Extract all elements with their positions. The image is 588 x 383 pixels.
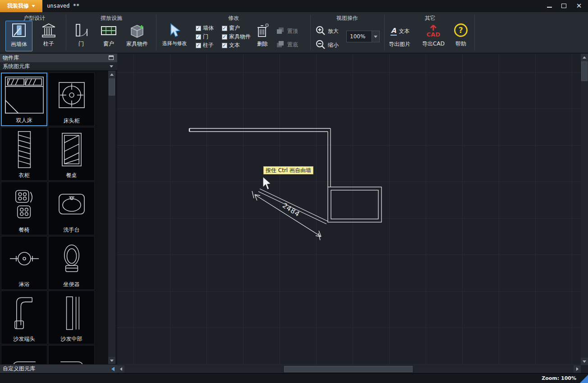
filter-furniture[interactable]: 家具物件 <box>222 33 251 41</box>
checkbox-icon <box>196 43 201 48</box>
collapse-left-icon <box>111 367 115 371</box>
checkbox-icon <box>196 26 201 31</box>
statusbar-zoom-label: Zoom: 100% <box>542 375 576 381</box>
zoom-in-icon <box>316 26 326 37</box>
scroll-down-button[interactable] <box>108 357 115 364</box>
zoom-level-combobox[interactable]: 100% <box>346 31 380 42</box>
list-item-shower[interactable]: 淋浴 <box>1 236 47 290</box>
trash-icon <box>255 23 270 39</box>
custom-library-bar[interactable]: 自定义图元库 <box>0 364 117 373</box>
list-item-partial[interactable] <box>48 345 95 364</box>
select-modify-button[interactable]: 选择与修改 <box>159 23 190 50</box>
minimize-button[interactable] <box>542 0 556 12</box>
layers-bottom-icon <box>276 40 285 50</box>
list-item-label: 双人床 <box>16 116 32 125</box>
filter-column[interactable]: 柱子 <box>196 41 214 49</box>
app-menu-label: 我装我修 <box>7 2 29 10</box>
list-item-toilet[interactable]: 坐便器 <box>48 236 95 290</box>
list-item-label: 淋浴 <box>19 280 30 289</box>
text-tool-button[interactable]: A 文本 <box>390 27 410 36</box>
library-category-dropdown[interactable]: 系统图元库 <box>0 62 117 71</box>
list-item-dining-chair[interactable]: 餐椅 <box>1 182 47 235</box>
partial-item-icon <box>49 346 94 364</box>
hint-tooltip: 按住 Ctrl 画自由墙 <box>263 166 313 174</box>
resize-grip[interactable] <box>580 375 588 383</box>
group-separator <box>310 15 311 50</box>
export-image-button[interactable]: 导出图片 <box>389 41 410 48</box>
export-cad-button[interactable]: CAD 导出CAD <box>420 22 446 51</box>
list-item-dining-table[interactable]: 餐桌 <box>48 127 95 181</box>
panel-dock-icon[interactable] <box>109 55 114 60</box>
filter-furniture-label: 家具物件 <box>229 33 251 41</box>
filter-text[interactable]: 文本 <box>222 41 240 49</box>
bring-top-label: 置顶 <box>287 27 298 35</box>
furniture-label: 家具物件 <box>126 40 148 48</box>
maximize-button[interactable] <box>556 0 571 12</box>
scroll-right-button[interactable] <box>574 365 581 373</box>
zoom-dropdown-button[interactable] <box>372 31 379 42</box>
list-item-nightstand[interactable]: 床头柜 <box>48 73 95 126</box>
bring-top-button[interactable]: 置顶 <box>276 27 298 36</box>
statusbar: Zoom: 100% <box>0 373 588 383</box>
draw-wall-button[interactable]: 画墙体 <box>5 21 32 51</box>
filter-window[interactable]: 窗户 <box>222 24 240 32</box>
drawing-canvas[interactable]: 2484 按住 Ctrl 画自由墙 <box>117 54 581 365</box>
column-icon <box>41 23 56 39</box>
list-item-sofa-end[interactable]: 沙发端头 <box>1 291 47 344</box>
list-item-label: 床头柜 <box>64 117 80 126</box>
triangle-up-icon <box>110 73 114 76</box>
door-icon <box>74 23 89 39</box>
chevron-down-icon <box>374 36 377 38</box>
triangle-right-icon <box>576 367 579 371</box>
shower-icon <box>1 237 47 280</box>
filter-door[interactable]: 门 <box>196 33 208 41</box>
group-label-modify: 修改 <box>158 14 309 22</box>
scrollbar-thumb[interactable] <box>581 61 588 81</box>
scroll-up-button[interactable] <box>581 54 588 61</box>
canvas-horizontal-scrollbar[interactable] <box>117 365 581 373</box>
window-button[interactable]: 窗户 <box>97 23 120 50</box>
filter-wall-label: 墙体 <box>203 24 214 32</box>
zoom-in-button[interactable]: 放大 <box>316 26 339 37</box>
list-item-wardrobe[interactable]: 衣柜 <box>1 127 47 181</box>
titlebar: 我装我修 unsaved ** ✕ <box>0 0 588 12</box>
library-panel-title: 物件库 <box>3 54 19 62</box>
filter-wall[interactable]: 墙体 <box>196 24 214 32</box>
group-label-other: 其它 <box>386 14 474 22</box>
door-button[interactable]: 门 <box>71 23 91 50</box>
group-separator <box>474 15 475 50</box>
canvas-vertical-scrollbar[interactable] <box>581 54 588 365</box>
list-item-sofa-middle[interactable]: 沙发中部 <box>48 291 95 344</box>
checkbox-icon <box>222 34 227 40</box>
object-library-panel: 物件库 系统图元库 <box>0 54 117 373</box>
close-button[interactable]: ✕ <box>572 0 586 12</box>
list-item-label: 餐桌 <box>66 171 77 180</box>
scrollbar-thumb[interactable] <box>284 366 413 372</box>
list-item-partial[interactable] <box>1 345 47 364</box>
furniture-button[interactable]: 家具物件 <box>124 23 151 50</box>
list-item-label: 沙发端头 <box>14 335 35 344</box>
zoom-out-icon <box>316 40 326 51</box>
zoom-out-button[interactable]: 缩小 <box>316 40 339 51</box>
list-item-double-bed[interactable]: 双人床 <box>1 73 47 126</box>
send-bottom-label: 置底 <box>287 41 298 49</box>
scroll-left-button[interactable] <box>117 365 124 373</box>
library-item-grid: 双人床 床头柜 <box>0 71 108 364</box>
window-label: 窗户 <box>103 40 114 48</box>
library-scrollbar[interactable] <box>108 71 115 364</box>
column-button[interactable]: 柱子 <box>38 23 60 50</box>
delete-button[interactable]: 删除 <box>253 23 272 50</box>
washbasin-icon <box>49 182 94 226</box>
send-bottom-button[interactable]: 置底 <box>276 40 298 50</box>
list-item-washbasin[interactable]: 洗手台 <box>48 182 95 235</box>
scroll-up-button[interactable] <box>108 71 115 78</box>
app-menu-button[interactable]: 我装我修 <box>0 0 42 12</box>
scroll-down-button[interactable] <box>581 358 588 365</box>
furniture-icon <box>129 23 145 39</box>
floorplan-drawing: 2484 <box>117 54 581 365</box>
minimize-icon <box>547 7 552 8</box>
filter-door-label: 门 <box>203 33 208 41</box>
triangle-down-icon <box>110 360 114 362</box>
scrollbar-thumb[interactable] <box>109 78 115 96</box>
help-button[interactable]: ? 帮助 <box>451 22 471 51</box>
